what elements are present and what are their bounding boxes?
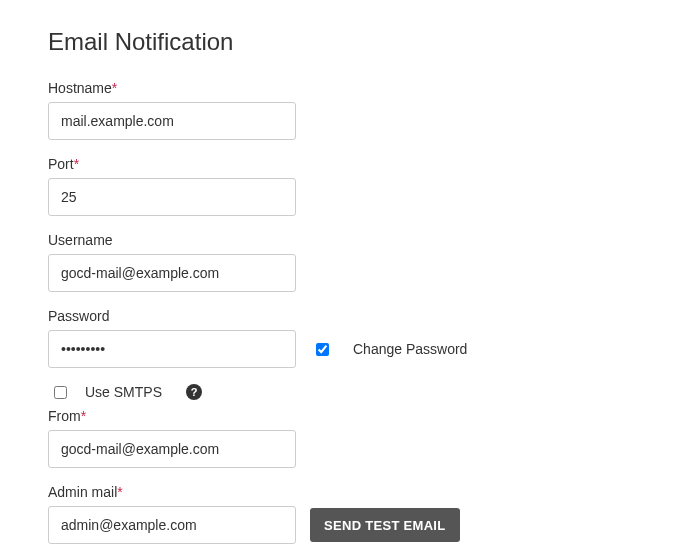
username-input[interactable]: [48, 254, 296, 292]
from-label: From*: [48, 408, 641, 424]
from-input[interactable]: [48, 430, 296, 468]
hostname-input[interactable]: [48, 102, 296, 140]
admin-mail-label: Admin mail*: [48, 484, 641, 500]
hostname-label-text: Hostname: [48, 80, 112, 96]
help-icon[interactable]: ?: [186, 384, 202, 400]
required-mark: *: [112, 80, 117, 96]
change-password-label: Change Password: [353, 341, 467, 357]
admin-mail-input[interactable]: [48, 506, 296, 544]
password-label-text: Password: [48, 308, 109, 324]
admin-mail-label-text: Admin mail: [48, 484, 117, 500]
from-label-text: From: [48, 408, 81, 424]
change-password-checkbox[interactable]: [316, 343, 329, 356]
page-title: Email Notification: [48, 28, 641, 56]
username-label: Username: [48, 232, 641, 248]
port-label-text: Port: [48, 156, 74, 172]
field-admin-mail: Admin mail* SEND TEST EMAIL: [48, 484, 641, 544]
field-use-smtps: Use SMTPS ?: [48, 384, 641, 400]
send-test-email-button[interactable]: SEND TEST EMAIL: [310, 508, 460, 542]
field-port: Port*: [48, 156, 641, 216]
admin-mail-row: SEND TEST EMAIL: [48, 506, 641, 544]
field-username: Username: [48, 232, 641, 292]
password-label: Password: [48, 308, 641, 324]
field-password: Password Change Password: [48, 308, 641, 368]
port-label: Port*: [48, 156, 641, 172]
username-label-text: Username: [48, 232, 113, 248]
required-mark: *: [117, 484, 122, 500]
port-input[interactable]: [48, 178, 296, 216]
required-mark: *: [81, 408, 86, 424]
required-mark: *: [74, 156, 79, 172]
use-smtps-label: Use SMTPS: [85, 384, 162, 400]
password-input[interactable]: [48, 330, 296, 368]
use-smtps-checkbox[interactable]: [54, 386, 67, 399]
hostname-label: Hostname*: [48, 80, 641, 96]
field-hostname: Hostname*: [48, 80, 641, 140]
password-row: Change Password: [48, 330, 641, 368]
field-from: From*: [48, 408, 641, 468]
